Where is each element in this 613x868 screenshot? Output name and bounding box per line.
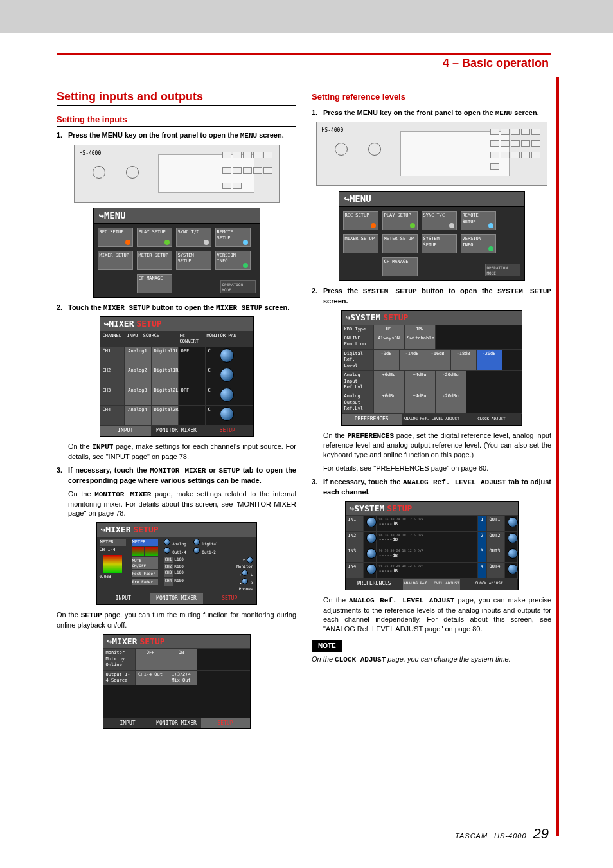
jog-wheel-icon xyxy=(126,166,139,179)
menu-item: VERSION INFO xyxy=(215,251,251,270)
knob-icon xyxy=(508,548,518,559)
accent-line xyxy=(57,53,551,55)
jog-wheel-icon xyxy=(368,143,381,156)
menu-item: REMOTE SETUP xyxy=(215,228,251,247)
tab-input: INPUT xyxy=(103,718,152,729)
knob-icon xyxy=(366,548,377,559)
meter-label: METER xyxy=(132,539,158,546)
menu-item: OPERATION MODE xyxy=(485,264,520,276)
mixer-setup-setup-screenshot: ↪MIXER SETUP Monitor Mute by OnlineOFFON… xyxy=(103,634,251,730)
knob-icon xyxy=(193,539,200,545)
menu-item: SYNC T/C xyxy=(422,211,457,230)
page-footer: TASCAM HS-4000 29 xyxy=(455,826,549,842)
step-number: 1. xyxy=(312,108,323,118)
subsection-heading: Setting the inputs xyxy=(57,114,296,127)
tab-clock-adjust: CLOCK ADJUST xyxy=(460,579,517,590)
knob-icon xyxy=(366,517,377,527)
step-text: If necessary, touch the ANALOG Ref. LEVE… xyxy=(323,477,551,497)
mixer-setup-monitor-screenshot: ↪MIXER SETUP METER CH 1-4 0.0dB METER MU… xyxy=(96,522,257,605)
system-setup-level-adjust-screenshot: ↪SYSTEM SETUP IN196 36 30 24 18 12 6 OVR… xyxy=(345,501,519,590)
device-figure: HS-4000 xyxy=(316,122,547,186)
right-column: Setting reference levels 1. Press the ME… xyxy=(312,89,551,734)
footer-brand: TASCAM xyxy=(455,832,488,840)
knob-icon xyxy=(247,557,253,563)
knob-icon xyxy=(193,547,200,554)
menu-item: SYSTEM SETUP xyxy=(422,234,457,253)
left-column: Setting inputs and outputs Setting the i… xyxy=(57,89,296,734)
system-setup-preferences-screenshot: ↪SYSTEM SETUP KBD TypeUSJPN ONLINE Funct… xyxy=(341,310,522,426)
page-number: 29 xyxy=(533,826,549,842)
tab-setup: SETUP xyxy=(202,426,253,437)
tab-analog-ref: ANALOG Ref. LEVEL ADJUST xyxy=(403,579,460,590)
knob-icon xyxy=(366,564,377,574)
device-label: HS-4000 xyxy=(322,127,344,134)
body-text: On the PREFERENCES page, set the digital… xyxy=(323,431,551,460)
menu-item: CF MANAGE xyxy=(382,257,418,276)
body-text: On the SETUP page, you can turn the muti… xyxy=(57,610,296,630)
menu-item: METER SETUP xyxy=(382,234,418,253)
body-text: On the ANALOG Ref. LEVEL ADJUST page, yo… xyxy=(323,595,551,634)
pre-fader-button: Pre Fader xyxy=(132,579,158,585)
knob-icon xyxy=(242,570,248,576)
tab-setup: SETUP xyxy=(203,593,256,604)
ch-label: CH 1-4 xyxy=(100,547,126,553)
pan-knob-icon xyxy=(220,407,234,421)
post-fader-button: Post Fader xyxy=(132,570,158,577)
db-label: 0.0dB xyxy=(100,574,126,579)
step-number: 2. xyxy=(312,286,323,306)
device-label: HS-4000 xyxy=(80,150,102,158)
menu-item: REMOTE SETUP xyxy=(461,211,496,230)
step-number: 3. xyxy=(312,477,323,497)
step-text: Press the MENU key on the front panel to… xyxy=(323,108,551,118)
menu-item: SYNC T/C xyxy=(176,228,211,247)
mixer-setup-input-screenshot: ↪MIXER SETUP CHANNEL INPUT SOURCE Fs CON… xyxy=(100,316,254,437)
knob-icon xyxy=(508,517,518,527)
subsection-heading: Setting reference levels xyxy=(312,91,551,104)
menu-screenshot: ↪MENU REC SETUP PLAY SETUP SYNC T/C REMO… xyxy=(339,191,525,281)
mute-button: MUTE ON/OFF xyxy=(132,557,158,569)
step-text: If necessary, touch the MONITOR MIXER or… xyxy=(68,466,296,485)
step-number: 2. xyxy=(57,303,68,313)
knob-icon xyxy=(508,564,518,574)
section-heading: Setting inputs and outputs xyxy=(57,89,296,106)
step-text: Press the MENU key on the front panel to… xyxy=(68,131,296,141)
menu-item: PLAY SETUP xyxy=(137,228,172,247)
menu-title: MENU xyxy=(104,210,126,221)
jog-wheel-icon xyxy=(335,143,348,156)
tab-preferences: PREFERENCES xyxy=(346,579,403,590)
tab-monitor-mixer: MONITOR MIXER xyxy=(152,718,201,729)
tab-preferences: PREFERENCES xyxy=(342,414,402,425)
body-text: For details, see "PREFERENCES page" on p… xyxy=(323,464,551,473)
step-text: Touch the MIXER SETUP button to open the… xyxy=(68,303,296,313)
menu-item: REC SETUP xyxy=(98,228,133,247)
step-text: Press the SYSTEM SETUP button to open th… xyxy=(323,286,551,306)
knob-icon xyxy=(366,533,377,543)
knob-icon xyxy=(164,539,170,545)
knob-icon xyxy=(242,578,248,584)
tab-monitor-mixer: MONITOR MIXER xyxy=(151,426,202,437)
tab-analog-ref: ANALOG Ref. LEVEL ADJUST xyxy=(402,414,461,425)
knob-icon xyxy=(508,533,518,543)
menu-item: REC SETUP xyxy=(343,211,378,230)
tab-monitor-mixer: MONITOR MIXER xyxy=(150,593,203,604)
body-text: On the INPUT page, make settings for eac… xyxy=(68,442,296,462)
footer-model: HS-4000 xyxy=(494,832,526,840)
menu-screenshot: ↪MENU REC SETUP PLAY SETUP SYNC T/C REMO… xyxy=(93,208,260,298)
menu-item: MIXER SETUP xyxy=(98,251,133,270)
meter-label: METER xyxy=(100,539,126,546)
device-figure: HS-4000 xyxy=(74,145,280,203)
menu-item: CF MANAGE xyxy=(137,274,172,293)
step-number: 3. xyxy=(57,466,68,485)
menu-title: MENU xyxy=(350,194,371,204)
menu-item: PLAY SETUP xyxy=(382,211,418,230)
device-buttons-icon xyxy=(490,129,542,174)
pan-knob-icon xyxy=(220,348,234,363)
step-number: 1. xyxy=(57,131,68,141)
pan-knob-icon xyxy=(220,388,234,402)
menu-item: VERSION INFO xyxy=(461,234,496,253)
tab-input: INPUT xyxy=(100,426,151,437)
menu-item: OPERATION MODE xyxy=(220,280,256,293)
tab-setup: SETUP xyxy=(201,718,250,729)
tab-clock-adjust: CLOCK ADJUST xyxy=(461,414,521,425)
note-badge: NOTE xyxy=(312,640,342,652)
